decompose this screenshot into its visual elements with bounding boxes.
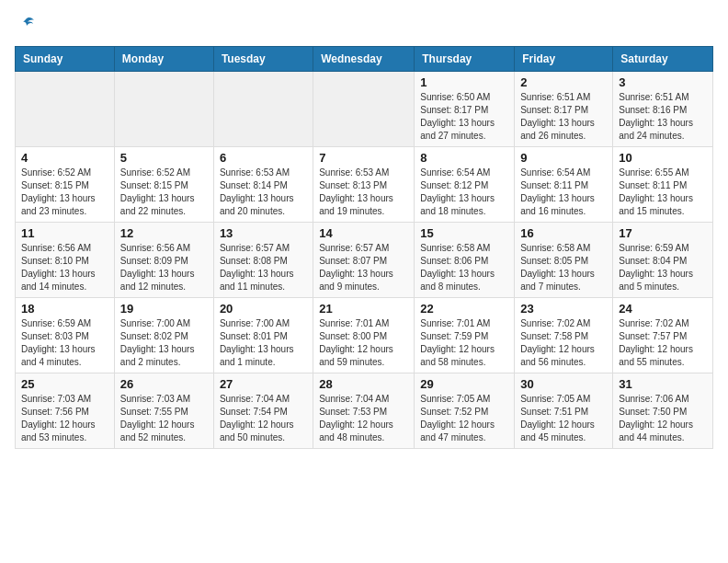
day-info: Sunrise: 6:57 AM Sunset: 8:08 PM Dayligh… [220, 242, 307, 293]
calendar-header: SundayMondayTuesdayWednesdayThursdayFrid… [16, 47, 713, 72]
day-info: Sunrise: 7:00 AM Sunset: 8:01 PM Dayligh… [220, 317, 307, 369]
day-info: Sunrise: 7:06 AM Sunset: 7:50 PM Dayligh… [619, 393, 707, 444]
day-number: 17 [619, 226, 707, 240]
calendar-cell: 9Sunrise: 6:54 AM Sunset: 8:11 PM Daylig… [515, 147, 613, 223]
day-number: 21 [319, 302, 408, 316]
calendar-cell: 29Sunrise: 7:05 AM Sunset: 7:52 PM Dayli… [415, 373, 515, 449]
day-info: Sunrise: 6:56 AM Sunset: 8:10 PM Dayligh… [21, 242, 108, 293]
day-info: Sunrise: 6:58 AM Sunset: 8:05 PM Dayligh… [520, 242, 607, 293]
week-row-0: 1Sunrise: 6:50 AM Sunset: 8:17 PM Daylig… [16, 72, 713, 147]
page-header [15, 15, 713, 35]
day-number: 20 [220, 302, 307, 316]
header-day-sunday: Sunday [16, 47, 115, 72]
day-number: 8 [420, 151, 508, 165]
calendar-cell [16, 72, 115, 147]
calendar-cell: 21Sunrise: 7:01 AM Sunset: 8:00 PM Dayli… [313, 298, 415, 373]
day-number: 25 [21, 377, 108, 391]
calendar-cell: 28Sunrise: 7:04 AM Sunset: 7:53 PM Dayli… [313, 373, 415, 449]
calendar-cell: 19Sunrise: 7:00 AM Sunset: 8:02 PM Dayli… [114, 298, 213, 373]
calendar-cell: 20Sunrise: 7:00 AM Sunset: 8:01 PM Dayli… [213, 298, 313, 373]
day-info: Sunrise: 7:01 AM Sunset: 8:00 PM Dayligh… [319, 317, 408, 369]
day-info: Sunrise: 6:53 AM Sunset: 8:13 PM Dayligh… [319, 167, 408, 218]
day-info: Sunrise: 6:54 AM Sunset: 8:11 PM Dayligh… [520, 167, 607, 218]
day-number: 9 [520, 151, 607, 165]
calendar-table: SundayMondayTuesdayWednesdayThursdayFrid… [15, 46, 713, 449]
calendar-cell: 23Sunrise: 7:02 AM Sunset: 7:58 PM Dayli… [515, 298, 613, 373]
header-day-tuesday: Tuesday [213, 47, 313, 72]
calendar-cell: 25Sunrise: 7:03 AM Sunset: 7:56 PM Dayli… [16, 373, 115, 449]
day-number: 26 [120, 377, 208, 391]
day-info: Sunrise: 7:04 AM Sunset: 7:54 PM Dayligh… [220, 393, 307, 444]
day-info: Sunrise: 7:03 AM Sunset: 7:55 PM Dayligh… [120, 393, 208, 444]
day-info: Sunrise: 6:59 AM Sunset: 8:03 PM Dayligh… [21, 317, 108, 369]
week-row-2: 11Sunrise: 6:56 AM Sunset: 8:10 PM Dayli… [16, 223, 713, 298]
day-info: Sunrise: 6:55 AM Sunset: 8:11 PM Dayligh… [619, 167, 707, 218]
calendar-cell [213, 72, 313, 147]
day-info: Sunrise: 6:52 AM Sunset: 8:15 PM Dayligh… [120, 167, 208, 218]
day-info: Sunrise: 6:56 AM Sunset: 8:09 PM Dayligh… [120, 242, 208, 293]
week-row-3: 18Sunrise: 6:59 AM Sunset: 8:03 PM Dayli… [16, 298, 713, 373]
calendar-cell [313, 72, 415, 147]
header-day-monday: Monday [114, 47, 213, 72]
week-row-4: 25Sunrise: 7:03 AM Sunset: 7:56 PM Dayli… [16, 373, 713, 449]
day-info: Sunrise: 7:05 AM Sunset: 7:52 PM Dayligh… [420, 393, 508, 444]
day-number: 1 [420, 75, 508, 89]
day-info: Sunrise: 6:57 AM Sunset: 8:07 PM Dayligh… [319, 242, 408, 293]
day-info: Sunrise: 7:02 AM Sunset: 7:57 PM Dayligh… [619, 317, 707, 369]
calendar-cell: 30Sunrise: 7:05 AM Sunset: 7:51 PM Dayli… [515, 373, 613, 449]
day-number: 27 [220, 377, 307, 391]
day-info: Sunrise: 7:05 AM Sunset: 7:51 PM Dayligh… [520, 393, 607, 444]
calendar-body: 1Sunrise: 6:50 AM Sunset: 8:17 PM Daylig… [16, 72, 713, 449]
day-number: 29 [420, 377, 508, 391]
header-day-friday: Friday [515, 47, 613, 72]
day-number: 15 [420, 226, 508, 240]
day-number: 23 [520, 302, 607, 316]
week-row-1: 4Sunrise: 6:52 AM Sunset: 8:15 PM Daylig… [16, 147, 713, 223]
calendar-cell: 10Sunrise: 6:55 AM Sunset: 8:11 PM Dayli… [613, 147, 713, 223]
calendar-cell: 8Sunrise: 6:54 AM Sunset: 8:12 PM Daylig… [415, 147, 515, 223]
day-number: 22 [420, 302, 508, 316]
calendar-cell: 17Sunrise: 6:59 AM Sunset: 8:04 PM Dayli… [613, 223, 713, 298]
calendar-cell: 13Sunrise: 6:57 AM Sunset: 8:08 PM Dayli… [213, 223, 313, 298]
calendar-cell: 22Sunrise: 7:01 AM Sunset: 7:59 PM Dayli… [415, 298, 515, 373]
day-number: 10 [619, 151, 707, 165]
calendar-cell: 6Sunrise: 6:53 AM Sunset: 8:14 PM Daylig… [213, 147, 313, 223]
day-info: Sunrise: 6:58 AM Sunset: 8:06 PM Dayligh… [420, 242, 508, 293]
day-info: Sunrise: 6:52 AM Sunset: 8:15 PM Dayligh… [21, 167, 108, 218]
day-number: 14 [319, 226, 408, 240]
day-info: Sunrise: 6:51 AM Sunset: 8:17 PM Dayligh… [520, 91, 607, 143]
calendar-cell: 31Sunrise: 7:06 AM Sunset: 7:50 PM Dayli… [613, 373, 713, 449]
day-info: Sunrise: 6:59 AM Sunset: 8:04 PM Dayligh… [619, 242, 707, 293]
day-number: 2 [520, 75, 607, 89]
header-day-thursday: Thursday [415, 47, 515, 72]
header-row: SundayMondayTuesdayWednesdayThursdayFrid… [16, 47, 713, 72]
day-info: Sunrise: 7:02 AM Sunset: 7:58 PM Dayligh… [520, 317, 607, 369]
calendar-cell: 3Sunrise: 6:51 AM Sunset: 8:16 PM Daylig… [613, 72, 713, 147]
day-number: 7 [319, 151, 408, 165]
day-number: 5 [120, 151, 208, 165]
day-info: Sunrise: 7:03 AM Sunset: 7:56 PM Dayligh… [21, 393, 108, 444]
day-info: Sunrise: 6:51 AM Sunset: 8:16 PM Dayligh… [619, 91, 707, 143]
calendar-cell: 5Sunrise: 6:52 AM Sunset: 8:15 PM Daylig… [114, 147, 213, 223]
calendar-cell: 14Sunrise: 6:57 AM Sunset: 8:07 PM Dayli… [313, 223, 415, 298]
calendar-cell: 18Sunrise: 6:59 AM Sunset: 8:03 PM Dayli… [16, 298, 115, 373]
day-info: Sunrise: 7:04 AM Sunset: 7:53 PM Dayligh… [319, 393, 408, 444]
calendar-cell [114, 72, 213, 147]
calendar-cell: 4Sunrise: 6:52 AM Sunset: 8:15 PM Daylig… [16, 147, 115, 223]
calendar-cell: 26Sunrise: 7:03 AM Sunset: 7:55 PM Dayli… [114, 373, 213, 449]
header-day-wednesday: Wednesday [313, 47, 415, 72]
calendar-cell: 16Sunrise: 6:58 AM Sunset: 8:05 PM Dayli… [515, 223, 613, 298]
day-number: 16 [520, 226, 607, 240]
day-number: 11 [21, 226, 108, 240]
day-info: Sunrise: 7:00 AM Sunset: 8:02 PM Dayligh… [120, 317, 208, 369]
day-number: 13 [220, 226, 307, 240]
day-number: 30 [520, 377, 607, 391]
day-number: 4 [21, 151, 108, 165]
calendar-cell: 12Sunrise: 6:56 AM Sunset: 8:09 PM Dayli… [114, 223, 213, 298]
calendar-cell: 27Sunrise: 7:04 AM Sunset: 7:54 PM Dayli… [213, 373, 313, 449]
day-number: 6 [220, 151, 307, 165]
day-number: 19 [120, 302, 208, 316]
day-info: Sunrise: 7:01 AM Sunset: 7:59 PM Dayligh… [420, 317, 508, 369]
day-number: 18 [21, 302, 108, 316]
calendar-cell: 24Sunrise: 7:02 AM Sunset: 7:57 PM Dayli… [613, 298, 713, 373]
